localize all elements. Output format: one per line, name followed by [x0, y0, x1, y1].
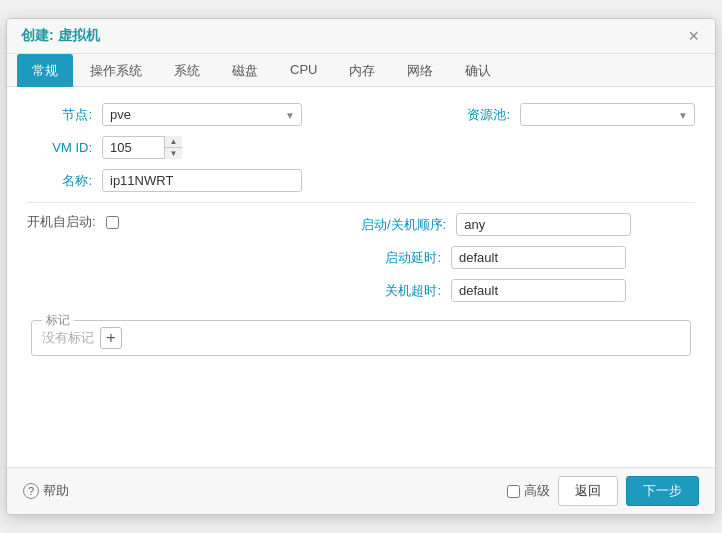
add-tag-button[interactable]: +: [100, 327, 122, 349]
tab-confirm[interactable]: 确认: [450, 54, 506, 87]
help-label: 帮助: [43, 482, 69, 500]
tab-disk[interactable]: 磁盘: [217, 54, 273, 87]
advanced-checkbox-label[interactable]: 高级: [507, 482, 550, 500]
dialog-title: 创建: 虚拟机: [21, 27, 100, 45]
tab-os[interactable]: 操作系统: [75, 54, 157, 87]
tags-legend: 标记: [42, 312, 74, 329]
vmid-label: VM ID:: [27, 140, 102, 155]
help-button[interactable]: ? 帮助: [23, 482, 69, 500]
boot-order-row: 启动/关机顺序:: [361, 213, 695, 236]
advanced-label-text: 高级: [524, 482, 550, 500]
tags-empty-label: 没有标记: [42, 329, 94, 347]
dialog-footer: ? 帮助 高级 返回 下一步: [7, 467, 715, 514]
shutdown-timeout-input[interactable]: [451, 279, 626, 302]
dialog-header: 创建: 虚拟机 ×: [7, 19, 715, 54]
tags-content: 没有标记 +: [42, 327, 680, 349]
back-button[interactable]: 返回: [558, 476, 618, 506]
node-select-wrapper: pve ▼: [102, 103, 302, 126]
close-button[interactable]: ×: [686, 27, 701, 45]
boot-order-label: 启动/关机顺序:: [361, 216, 456, 234]
node-label: 节点:: [27, 106, 102, 124]
dialog-body: 节点: pve ▼ 资源池: ▼ VM ID: 105 ▲: [7, 87, 715, 467]
node-row: 节点: pve ▼ 资源池: ▼: [27, 103, 695, 126]
vmid-spinner-btns: ▲ ▼: [164, 136, 182, 159]
node-select[interactable]: pve: [102, 103, 302, 126]
shutdown-timeout-label: 关机超时:: [361, 282, 451, 300]
tab-system[interactable]: 系统: [159, 54, 215, 87]
name-label: 名称:: [27, 172, 102, 190]
boot-order-input[interactable]: [456, 213, 631, 236]
shutdown-timeout-row: 关机超时:: [361, 279, 695, 302]
name-input[interactable]: [102, 169, 302, 192]
options-section: 开机自启动: 启动/关机顺序: 启动延时: 关机超时:: [27, 213, 695, 312]
resource-pool-select[interactable]: [520, 103, 695, 126]
create-vm-dialog: 创建: 虚拟机 × 常规 操作系统 系统 磁盘 CPU 内存 网络 确认 节点:…: [6, 18, 716, 515]
autostart-row: 开机自启动:: [27, 213, 361, 231]
footer-left: ? 帮助: [23, 482, 69, 500]
form-divider: [27, 202, 695, 203]
autostart-checkbox-wrapper: [106, 216, 119, 229]
boot-delay-input[interactable]: [451, 246, 626, 269]
vmid-increment[interactable]: ▲: [165, 136, 182, 148]
left-options: 开机自启动:: [27, 213, 361, 312]
footer-right: 高级 返回 下一步: [507, 476, 699, 506]
tab-network[interactable]: 网络: [392, 54, 448, 87]
resource-pool-select-wrapper: ▼: [520, 103, 695, 126]
tab-general[interactable]: 常规: [17, 54, 73, 87]
right-options: 启动/关机顺序: 启动延时: 关机超时:: [361, 213, 695, 312]
vmid-spinner-wrapper: 105 ▲ ▼: [102, 136, 182, 159]
next-button[interactable]: 下一步: [626, 476, 699, 506]
boot-delay-label: 启动延时:: [361, 249, 451, 267]
tab-memory[interactable]: 内存: [334, 54, 390, 87]
advanced-checkbox[interactable]: [507, 485, 520, 498]
tab-bar: 常规 操作系统 系统 磁盘 CPU 内存 网络 确认: [7, 54, 715, 87]
autostart-checkbox[interactable]: [106, 216, 119, 229]
vmid-row: VM ID: 105 ▲ ▼: [27, 136, 695, 159]
tab-cpu[interactable]: CPU: [275, 54, 332, 87]
help-icon: ?: [23, 483, 39, 499]
boot-delay-row: 启动延时:: [361, 246, 695, 269]
autostart-label: 开机自启动:: [27, 213, 106, 231]
tags-section: 标记 没有标记 +: [31, 320, 691, 356]
name-row: 名称:: [27, 169, 695, 192]
vmid-decrement[interactable]: ▼: [165, 148, 182, 159]
resource-pool-label: 资源池:: [445, 106, 520, 124]
